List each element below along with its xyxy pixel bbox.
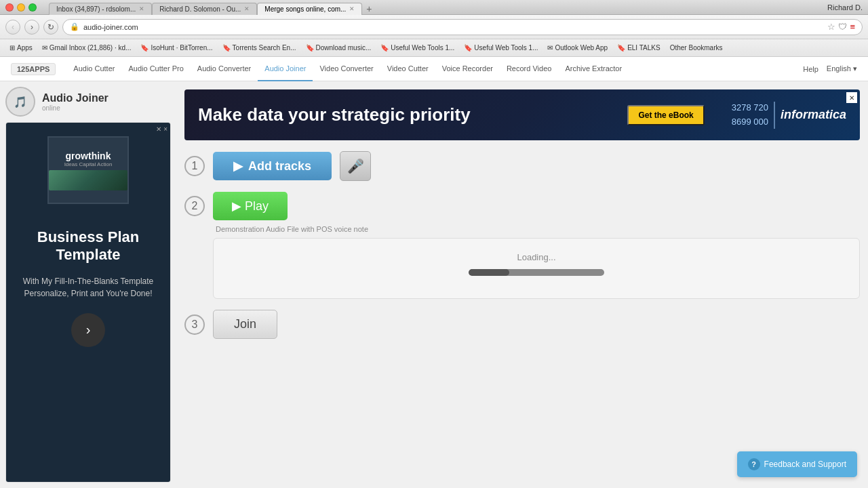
banner-visual: 3278 720 8699 000 informatica [732, 101, 846, 129]
bookmark-torrents[interactable]: 🔖 Torrents Search En... [218, 43, 300, 53]
sidebar: 🎵 Audio Joiner online ✕ × growthink Idea… [0, 81, 176, 488]
bookmark-isohunt[interactable]: 🔖 IsoHunt · BitTorren... [136, 43, 216, 53]
address-bar[interactable]: 🔒 audio-joiner.com ☆ 🛡 ≡ [62, 19, 863, 35]
banner-brand: informatica [781, 108, 846, 122]
loading-bar-fill [469, 269, 509, 276]
demo-label-area: Demonstration Audio File with POS voice … [213, 224, 860, 234]
tab-inbox[interactable]: Inbox (34,897) - rdsolom... ✕ [49, 3, 152, 15]
ad-cta-button[interactable]: › [71, 313, 105, 347]
banner-divider [774, 102, 775, 129]
step-1-number: 1 [184, 156, 205, 176]
title-bar: Inbox (34,897) - rdsolom... ✕ Richard D.… [0, 0, 868, 15]
banner-cta-area: Get the eBook [627, 105, 704, 125]
nav-voice-recorder[interactable]: Voice Recorder [435, 57, 500, 81]
forward-button[interactable]: › [24, 20, 39, 35]
microphone-button[interactable]: 🎤 [340, 151, 371, 181]
nav-audio-converter[interactable]: Audio Converter [191, 57, 258, 81]
bookmark-label: IsoHunt · BitTorren... [151, 44, 212, 52]
bookmark-webtools2[interactable]: 🔖 Useful Web Tools 1... [460, 43, 542, 53]
help-link[interactable]: Help [803, 65, 818, 73]
banner-text: Make data your strategic priority [198, 104, 614, 125]
ad-subtitle: With My Fill-In-The-Blanks Template Pers… [17, 275, 159, 300]
nav-audio-cutter-pro[interactable]: Audio Cutter Pro [121, 57, 190, 81]
step-3-number: 3 [184, 314, 205, 335]
bookmark-label: Useful Web Tools 1... [391, 44, 454, 52]
join-button[interactable]: Join [213, 310, 277, 339]
browser-toolbar: ‹ › ↻ 🔒 audio-joiner.com ☆ 🛡 ≡ [0, 15, 868, 39]
url-text: audio-joiner.com [83, 23, 138, 31]
apps-icon: ⊞ [9, 44, 15, 52]
menu-icon[interactable]: ≡ [850, 22, 855, 32]
step-3-row: 3 Join [184, 310, 860, 339]
app-title: Audio Joiner [42, 92, 108, 104]
tab-close-icon[interactable]: ✕ [139, 5, 144, 12]
star-icon[interactable]: ☆ [827, 22, 835, 32]
feedback-button[interactable]: ? Feedback and Support [737, 451, 857, 477]
add-tracks-icon: ▶ [233, 159, 243, 174]
tab-close-icon[interactable]: ✕ [349, 5, 355, 12]
minimize-window-button[interactable] [17, 3, 25, 12]
tab-close-icon[interactable]: ✕ [244, 5, 250, 12]
ad-body: Business Plan Template With My Fill-In-T… [6, 218, 170, 482]
bookmark-icon: 🔖 [617, 44, 625, 52]
user-name: Richard D. [827, 3, 863, 12]
new-tab-button[interactable]: + [362, 3, 376, 15]
ad-header: ✕ × growthink Ideas Capital Action [6, 123, 170, 218]
bookmark-icon: 🔖 [306, 44, 314, 52]
feedback-icon: ? [748, 458, 760, 470]
nav-video-cutter[interactable]: Video Cutter [380, 57, 435, 81]
add-tracks-button[interactable]: ▶ Add tracks [213, 152, 332, 180]
step-2-number: 2 [184, 196, 205, 216]
bookmark-other[interactable]: Other Bookmarks [666, 43, 727, 53]
tab-label: Richard D. Solomon - Ou... [159, 5, 241, 13]
site-brand[interactable]: 125APPS [11, 63, 56, 75]
back-button[interactable]: ‹ [5, 20, 20, 35]
add-tracks-label: Add tracks [248, 159, 311, 174]
reload-button[interactable]: ↻ [43, 20, 58, 35]
bookmark-label: Apps [17, 44, 33, 52]
bookmark-apps[interactable]: ⊞ Apps [5, 43, 37, 53]
growthink-logo: growthink Ideas Capital Action [47, 136, 129, 204]
play-button[interactable]: ▶ Play [213, 192, 288, 220]
bookmark-label: ELI TALKS [627, 44, 660, 52]
banner-close-button[interactable]: ✕ [846, 92, 857, 103]
bookmark-label: Gmail Inbox (21,886) · kd... [50, 44, 132, 52]
top-banner-ad: ✕ Make data your strategic priority Get … [184, 89, 860, 140]
nav-video-converter[interactable]: Video Converter [313, 57, 380, 81]
shield-icon: 🛡 [838, 22, 847, 32]
bookmark-label: Torrents Search En... [233, 44, 296, 52]
bookmark-webtools1[interactable]: 🔖 Useful Web Tools 1... [376, 43, 458, 53]
bookmark-icon: 🔖 [380, 44, 389, 52]
audio-player-box: Loading... [213, 238, 860, 299]
bookmark-download[interactable]: 🔖 Download music... [302, 43, 376, 53]
site-nav-right: Help English ▾ [803, 64, 857, 73]
step-2-row: 2 ▶ Play [184, 192, 860, 220]
nav-archive-extractor[interactable]: Archive Extractor [558, 57, 629, 81]
main-layout: 🎵 Audio Joiner online ✕ × growthink Idea… [0, 81, 868, 488]
tab-solomon[interactable]: Richard D. Solomon - Ou... ✕ [152, 3, 257, 15]
step-2-area: 2 ▶ Play Demonstration Audio File with P… [184, 192, 860, 299]
banner-cta-button[interactable]: Get the eBook [627, 105, 704, 125]
bookmark-outlook[interactable]: ✉ Outlook Web App [543, 43, 612, 53]
language-selector[interactable]: English ▾ [827, 64, 857, 73]
tab-label: Merge songs online, com... [264, 5, 346, 13]
tab-merge[interactable]: Merge songs online, com... ✕ [257, 3, 362, 15]
maximize-window-button[interactable] [28, 3, 37, 12]
demo-label: Demonstration Audio File with POS voice … [216, 225, 368, 233]
feedback-label: Feedback and Support [764, 460, 846, 469]
app-logo-icon: 🎵 [5, 87, 35, 117]
bookmark-label: Useful Web Tools 1... [474, 44, 538, 52]
browser-tabs: Inbox (34,897) - rdsolom... ✕ Richard D.… [49, 0, 827, 15]
brand-name: growthink [66, 150, 111, 161]
nav-audio-cutter[interactable]: Audio Cutter [66, 57, 121, 81]
close-window-button[interactable] [5, 3, 14, 12]
bookmark-gmail[interactable]: ✉ Gmail Inbox (21,886) · kd... [38, 43, 136, 53]
nav-audio-joiner[interactable]: Audio Joiner [258, 57, 313, 81]
app-subtitle: online [42, 104, 108, 112]
brand-sub: Ideas Capital Action [64, 161, 113, 167]
ad-close-button[interactable]: ✕ × [156, 125, 167, 133]
loading-bar-container [469, 269, 604, 276]
bookmark-eli[interactable]: 🔖 ELI TALKS [613, 43, 665, 53]
tab-label: Inbox (34,897) - rdsolom... [56, 5, 136, 13]
nav-record-video[interactable]: Record Video [500, 57, 558, 81]
